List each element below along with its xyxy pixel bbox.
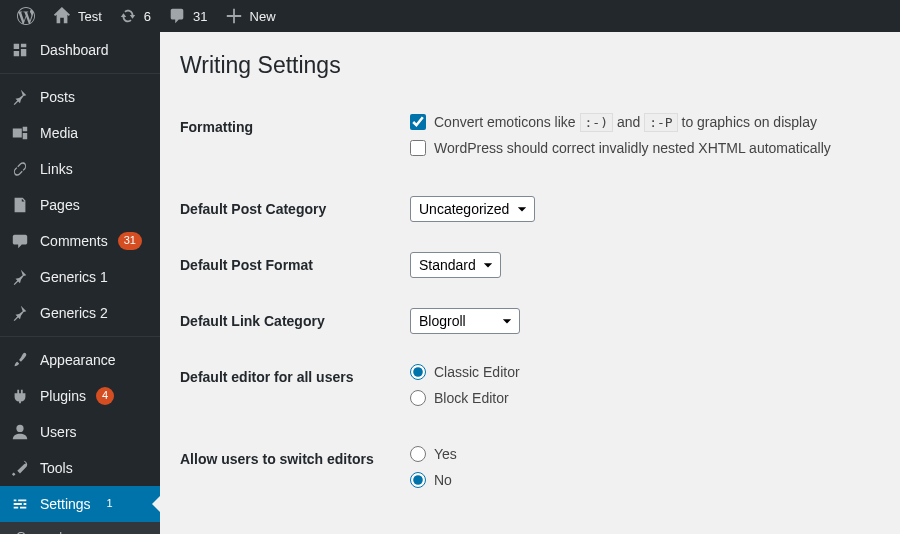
site-name-label: Test	[78, 9, 102, 24]
xhtml-label: WordPress should correct invalidly neste…	[434, 140, 831, 156]
menu-label: Appearance	[40, 352, 116, 368]
formatting-label: Formatting	[180, 99, 400, 181]
menu-label: Generics 1	[40, 269, 108, 285]
update-icon	[118, 6, 138, 26]
site-name[interactable]: Test	[44, 0, 110, 32]
menu-generics1[interactable]: Generics 1	[0, 259, 160, 295]
comments-badge: 31	[118, 232, 142, 249]
menu-label: Tools	[40, 460, 73, 476]
editor-block-option[interactable]: Block Editor	[410, 390, 870, 406]
editor-classic-radio[interactable]	[410, 364, 426, 380]
menu-links[interactable]: Links	[0, 151, 160, 187]
home-icon	[52, 6, 72, 26]
emoticons-checkbox[interactable]	[410, 114, 426, 130]
menu-media[interactable]: Media	[0, 115, 160, 151]
plus-icon	[224, 6, 244, 26]
user-icon	[10, 422, 30, 442]
updates[interactable]: 6	[110, 0, 159, 32]
default-format-select[interactable]: Standard	[410, 252, 501, 278]
default-format-label: Default Post Format	[180, 237, 400, 293]
comments-bar-count: 31	[193, 9, 207, 24]
page-icon	[10, 195, 30, 215]
default-category-select[interactable]: Uncategorized	[410, 196, 535, 222]
comment-icon	[167, 6, 187, 26]
menu-label: Comments	[40, 233, 108, 249]
main-content: Writing Settings Formatting Convert emot…	[160, 32, 900, 534]
default-link-select[interactable]: Blogroll	[410, 308, 520, 334]
wrench-icon	[10, 458, 30, 478]
menu-posts[interactable]: Posts	[0, 79, 160, 115]
menu-appearance[interactable]: Appearance	[0, 342, 160, 378]
plugin-icon	[10, 386, 30, 406]
editor-block-radio[interactable]	[410, 390, 426, 406]
brush-icon	[10, 350, 30, 370]
submenu-general[interactable]: General	[0, 522, 160, 534]
menu-label: Settings	[40, 496, 91, 512]
default-category-label: Default Post Category	[180, 181, 400, 237]
comments-bar[interactable]: 31	[159, 0, 215, 32]
menu-label: Users	[40, 424, 77, 440]
page-title: Writing Settings	[180, 52, 880, 79]
menu-label: Posts	[40, 89, 75, 105]
wordpress-icon	[16, 6, 36, 26]
pin-icon	[10, 87, 30, 107]
media-icon	[10, 123, 30, 143]
settings-submenu: General	[0, 522, 160, 534]
pin-icon	[10, 267, 30, 287]
menu-dashboard[interactable]: Dashboard	[0, 32, 160, 68]
dashboard-icon	[10, 40, 30, 60]
plugins-badge: 4	[96, 387, 114, 404]
wp-logo[interactable]	[8, 0, 44, 32]
menu-label: Media	[40, 125, 78, 141]
admin-sidebar: Dashboard Posts Media Links Pages Commen…	[0, 32, 160, 534]
menu-generics2[interactable]: Generics 2	[0, 295, 160, 331]
settings-badge: 1	[101, 495, 119, 512]
menu-users[interactable]: Users	[0, 414, 160, 450]
svg-point-0	[14, 130, 16, 132]
settings-form: Formatting Convert emoticons like :-) an…	[180, 99, 880, 513]
switch-no-option[interactable]: No	[410, 472, 870, 488]
xhtml-option[interactable]: WordPress should correct invalidly neste…	[410, 140, 870, 156]
menu-comments[interactable]: Comments31	[0, 223, 160, 259]
admin-bar: Test 6 31 New	[0, 0, 900, 32]
sliders-icon	[10, 494, 30, 514]
default-editor-label: Default editor for all users	[180, 349, 400, 431]
svg-point-1	[16, 425, 23, 432]
comment-icon	[10, 231, 30, 251]
default-link-label: Default Link Category	[180, 293, 400, 349]
emoticons-option[interactable]: Convert emoticons like :-) and :-P to gr…	[410, 114, 870, 130]
switch-editors-label: Allow users to switch editors	[180, 431, 400, 513]
switch-no-radio[interactable]	[410, 472, 426, 488]
emoticons-text: Convert emoticons like :-) and :-P to gr…	[434, 114, 817, 130]
menu-tools[interactable]: Tools	[0, 450, 160, 486]
switch-yes-option[interactable]: Yes	[410, 446, 870, 462]
menu-label: Dashboard	[40, 42, 109, 58]
menu-label: Links	[40, 161, 73, 177]
menu-label: Plugins	[40, 388, 86, 404]
updates-count: 6	[144, 9, 151, 24]
menu-pages[interactable]: Pages	[0, 187, 160, 223]
new-content[interactable]: New	[216, 0, 284, 32]
editor-classic-option[interactable]: Classic Editor	[410, 364, 870, 380]
xhtml-checkbox[interactable]	[410, 140, 426, 156]
menu-label: Generics 2	[40, 305, 108, 321]
menu-plugins[interactable]: Plugins4	[0, 378, 160, 414]
link-icon	[10, 159, 30, 179]
pin-icon	[10, 303, 30, 323]
new-label: New	[250, 9, 276, 24]
menu-settings[interactable]: Settings1	[0, 486, 160, 522]
switch-yes-radio[interactable]	[410, 446, 426, 462]
menu-label: Pages	[40, 197, 80, 213]
